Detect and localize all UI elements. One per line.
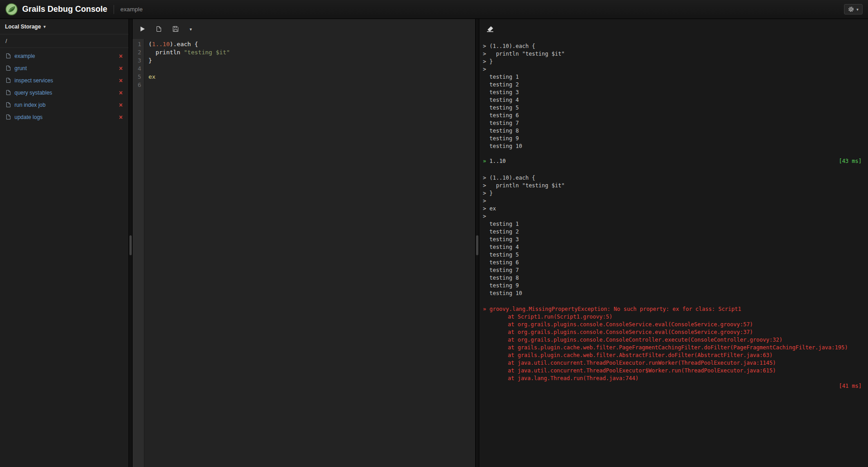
topbar-actions: ▾ [844, 4, 863, 14]
code-area: (1..10).each { println "testing $it"} ex [144, 39, 475, 467]
file-item: inspect services× [0, 74, 129, 86]
current-script-name: example [114, 5, 143, 14]
new-script-button[interactable] [154, 24, 163, 34]
new-document-icon [156, 26, 162, 32]
code-token: } [148, 57, 152, 64]
file-link[interactable]: query systables [14, 90, 52, 96]
stdout-line: testing 9 [483, 282, 862, 290]
echo-line: > } [483, 190, 862, 197]
stdout-line: testing 6 [483, 259, 862, 267]
stack-trace-line: at java.lang.Thread.run(Thread.java:744) [483, 375, 862, 382]
stdout-line: testing 2 [483, 81, 862, 89]
output-run: > (1..10).each {> println "testing $it">… [483, 43, 862, 165]
file-item: example× [0, 50, 129, 62]
sidebar: Local Storage ▾ / example×grunt×inspect … [0, 19, 129, 467]
file-link[interactable]: run index job [14, 102, 46, 108]
execution-time: [41 ms] [483, 382, 862, 390]
file-item: query systables× [0, 86, 129, 99]
code-token: ex [148, 73, 156, 80]
output-run: > (1..10).each {> println "testing $it">… [483, 174, 862, 390]
stdout-line: testing 2 [483, 228, 862, 236]
save-menu-button[interactable]: ▾ [188, 25, 194, 33]
document-icon [6, 102, 11, 108]
stack-trace-line: at grails.plugin.cache.web.filter.PageFr… [483, 344, 862, 352]
echo-line: > [483, 66, 862, 73]
code-editor[interactable]: 123456 (1..10).each { println "testing $… [133, 39, 475, 467]
close-icon[interactable]: × [119, 102, 123, 108]
topbar: Grails Debug Console example ▾ [0, 0, 868, 19]
editor-scrollbar [476, 19, 479, 467]
stack-trace-line: at org.grails.plugins.console.ConsoleCon… [483, 336, 862, 344]
caret-down-icon: ▾ [856, 7, 858, 12]
stack-trace-line: at Script1.run(Script1.groovy:5) [483, 313, 862, 321]
code-token: ( [148, 41, 152, 48]
play-icon [140, 26, 145, 32]
file-link[interactable]: update logs [14, 114, 43, 120]
stdout-line: testing 4 [483, 96, 862, 104]
echo-line: > [483, 197, 862, 205]
stdout-line: testing 3 [483, 89, 862, 96]
file-item: run index job× [0, 99, 129, 111]
code-token: println [148, 49, 184, 56]
settings-button[interactable]: ▾ [844, 4, 863, 14]
stack-trace-line: at java.util.concurrent.ThreadPoolExecut… [483, 359, 862, 367]
code-line: ex [148, 73, 475, 81]
echo-line: > (1..10).each { [483, 174, 862, 182]
document-icon [6, 65, 11, 71]
caret-down-icon: ▾ [190, 27, 192, 32]
close-icon[interactable]: × [119, 90, 123, 96]
stdout-line: testing 8 [483, 127, 862, 135]
result-marker-icon: » [483, 158, 489, 164]
stdout-line: testing 10 [483, 290, 862, 297]
output-toolbar [479, 19, 868, 39]
stdout-line: testing 5 [483, 104, 862, 112]
stack-trace-line: at org.grails.plugins.console.ConsoleSer… [483, 321, 862, 329]
error-block: » groovy.lang.MissingPropertyException: … [483, 305, 862, 390]
close-icon[interactable]: × [119, 65, 123, 71]
stdout-line: testing 4 [483, 243, 862, 251]
file-item: grunt× [0, 62, 129, 74]
stdout-line: testing 1 [483, 73, 862, 81]
line-number: 1 [133, 40, 141, 48]
close-icon[interactable]: × [119, 114, 123, 120]
close-icon[interactable]: × [119, 77, 123, 84]
code-line: (1..10).each { [148, 40, 475, 48]
grails-logo-icon [5, 3, 18, 15]
clear-output-button[interactable] [485, 24, 496, 34]
scrollbar-handle[interactable] [129, 235, 132, 255]
code-line [148, 65, 475, 73]
line-number: 3 [133, 57, 141, 65]
storage-label: Local Storage [5, 24, 41, 30]
file-link[interactable]: inspect services [14, 77, 53, 84]
document-icon [6, 77, 11, 83]
line-number: 5 [133, 73, 141, 81]
file-link[interactable]: grunt [14, 65, 27, 71]
line-number-gutter: 123456 [133, 39, 144, 467]
file-link[interactable]: example [14, 53, 35, 59]
scrollbar-handle[interactable] [476, 235, 478, 255]
stdout-line: testing 8 [483, 274, 862, 282]
storage-selector[interactable]: Local Storage ▾ [0, 19, 129, 34]
app-title: Grails Debug Console [22, 5, 107, 14]
output-panel: > (1..10).each {> println "testing $it">… [479, 19, 868, 467]
run-button[interactable] [138, 24, 147, 34]
stdout-line: testing 3 [483, 236, 862, 243]
save-button[interactable] [171, 24, 181, 34]
echo-line: > (1..10).each { [483, 43, 862, 50]
main-layout: Local Storage ▾ / example×grunt×inspect … [0, 19, 868, 467]
caret-down-icon: ▾ [43, 24, 46, 29]
echo-line: > println "testing $it" [483, 50, 862, 58]
document-icon [6, 114, 11, 120]
line-number: 4 [133, 65, 141, 73]
eraser-icon [486, 26, 494, 32]
execution-time: [43 ms] [839, 157, 862, 165]
result-text: 1..10 [489, 158, 506, 164]
stack-trace-line: at org.grails.plugins.console.ConsoleSer… [483, 329, 862, 336]
save-floppy-icon [172, 26, 179, 32]
editor-panel: ▾ 123456 (1..10).each { println "testing… [133, 19, 476, 467]
result-value: » 1..10 [483, 157, 506, 165]
stack-trace-line: at grails.plugin.cache.web.filter.Abstra… [483, 352, 862, 359]
file-item: update logs× [0, 111, 129, 123]
echo-line: > } [483, 58, 862, 66]
close-icon[interactable]: × [119, 53, 123, 59]
